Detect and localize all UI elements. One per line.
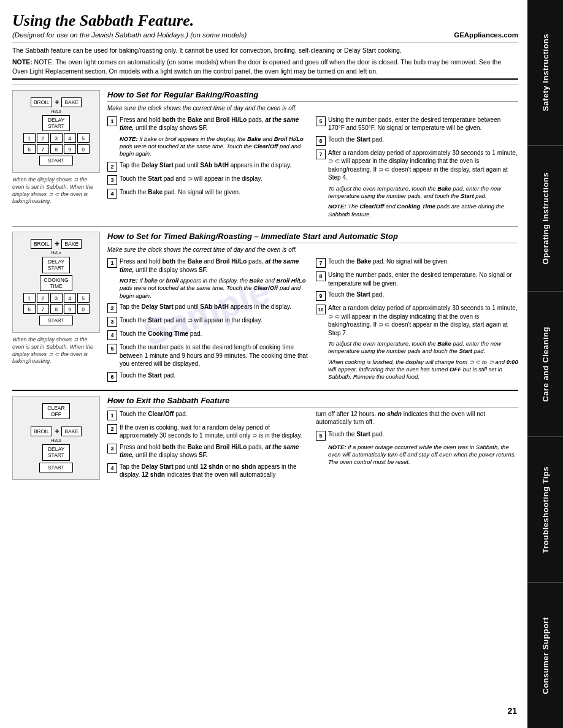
step-3-5: 5 Touch the Start pad. [316,430,518,441]
sidebar-label-safety: Safety Instructions [541,34,550,112]
page-wrapper: Using the Sabbath Feature. (Designed for… [0,0,563,728]
sidebar-section-troubleshooting: Troubleshooting Tips [527,437,563,583]
broil-btn: BROIL [31,97,53,107]
step-1-4: 4 Touch the Bake pad. No signal will be … [107,188,310,199]
num2-5: 5 [77,293,90,303]
ctrl-row-broil-bake: BROIL + BAKE [18,97,94,107]
ctrl-row-start-3: START [18,463,94,472]
panel-right-2: How to Set for Timed Baking/Roasting – I… [107,232,518,385]
num2-6: 6 [23,304,36,314]
step-text-3-1: Touch the Clear/Off pad. [120,410,310,419]
howto-title-2: How to Set for Timed Baking/Roasting – I… [107,232,518,243]
panel-left-1: BROIL + BAKE Hi/Lo DELAYSTART 1 2 3 4 5 [12,90,107,221]
howto-intro-2: Make sure the clock shows the correct ti… [107,246,518,254]
header-note1: The Sabbath feature can be used for baki… [12,42,518,55]
ctrl-row-broil-bake-2: BROIL + BAKE [18,239,94,249]
step-num-3-3: 3 [107,444,117,453]
hilo-label-3: Hi/Lo [18,438,94,442]
clear-off-btn: CLEAROFF [42,403,70,419]
panel-left-2: BROIL + BAKE Hi/Lo DELAYSTART COOKINGTIM… [12,232,107,385]
step-1-3: 3 Touch the Start pad and ⊃ will appear … [107,175,310,185]
num2-9: 9 [64,304,76,314]
step-2-4: 4 Touch the Cooking Time pad. [107,330,310,340]
cooking-time-btn: COOKINGTIME [40,275,72,291]
instructions-col-right-2: 7 Touch the Bake pad. No signal will be … [316,257,518,385]
sidebar-label-operating: Operating Instructions [541,172,550,264]
step-2-6: 6 Touch the Start pad. [107,371,310,382]
sidebar-section-operating: Operating Instructions [527,146,563,292]
step-num-1-1: 1 [107,116,117,126]
num-3: 3 [50,133,63,143]
num2-2: 2 [37,293,49,303]
start-btn-1: START [39,156,73,165]
control-diagram-1: BROIL + BAKE Hi/Lo DELAYSTART 1 2 3 4 5 [12,90,100,173]
broil-btn-2: BROIL [31,239,53,249]
page-subtitle: (Designed for use on the Jewish Sabbath … [12,31,247,39]
bake-btn: BAKE [61,97,82,107]
note-1-1: NOTE: If bake or broil appears in the di… [120,135,310,158]
hilo-label-2: Hi/Lo [18,251,94,255]
step-3-4: 4 Tap the Delay Start pad until 12 shdn … [107,463,310,479]
step-1-1: 1 Press and hold both the Bake and Broil… [107,116,310,132]
ctrl-row-broil-bake-3: BROIL + BAKE [18,427,94,436]
step-text-3-2: If the oven is cooking, wait for a rando… [120,423,310,440]
num-9: 9 [64,144,76,154]
step-2-3: 3 Touch the Start pad and ⊃ will appear … [107,316,310,327]
step-num-3-1: 1 [107,411,117,420]
broil-btn-3: BROIL [31,427,53,436]
brand-url: GEAppliances.com [454,31,518,39]
step-3-1: 1 Touch the Clear/Off pad. [107,410,310,420]
sidebar-section-care: Care and Cleaning [527,292,563,438]
step-text-2-8: Using the number pads, enter the desired… [328,271,518,287]
howto-title-1: How to Set for Regular Baking/Roasting [107,90,518,102]
ctrl-row-delay-2: DELAYSTART [18,257,94,273]
start-btn-2: START [39,316,73,325]
step-text-2-5: Touch the number pads to set the desired… [120,343,310,368]
num-6: 6 [23,144,36,154]
main-content: Using the Sabbath Feature. (Designed for… [0,0,527,728]
instructions-col-left-2: 1 Press and hold both the Bake and Broil… [107,257,310,385]
instructions-two-col-3: 1 Touch the Clear/Off pad. 2 If the oven… [107,410,518,482]
plus-3: + [55,427,59,436]
step-text-3-5: Touch the Start pad. [328,430,518,439]
delay-start-btn: DELAYSTART [42,115,70,131]
step-text-2-4: Touch the Cooking Time pad. [120,330,310,338]
step-num-2-10: 10 [316,305,326,314]
sidebar-label-care: Care and Cleaning [541,327,550,402]
step-text-3-3: Press and hold both the Bake and Broil H… [120,443,310,460]
howto-title-3: How to Exit the Sabbath Feature [107,396,518,408]
subtitle-row: (Designed for use on the Jewish Sabbath … [12,31,518,39]
step-num-3-2: 2 [107,424,117,434]
right-sidebar: Safety Instructions Operating Instructio… [527,0,563,728]
step-num-2-1: 1 [107,258,117,268]
section-exit-sabbath: CLEAROFF BROIL + BAKE Hi/Lo DELAYSTART S… [12,390,518,483]
control-diagram-3: CLEAROFF BROIL + BAKE Hi/Lo DELAYSTART S… [12,396,100,480]
step-text-1-1: Press and hold both the Bake and Broil H… [120,116,310,132]
page-header: Using the Sabbath Feature. (Designed for… [12,12,518,80]
diagram-caption-1: When the display shows ⊃ the oven is set… [12,176,100,205]
instructions-two-col-2: 1 Press and hold both the Bake and Broil… [107,257,518,385]
step-text-3-cont: turn off after 12 hours. no shdn indicat… [316,410,518,427]
sidebar-label-troubleshooting: Troubleshooting Tips [541,466,550,553]
step-text-2-2: Tap the Delay Start pad until SAb bAtH a… [120,303,310,311]
step-text-1-6: Touch the Start pad. [328,135,518,144]
step-num-2-9: 9 [316,291,326,301]
step-text-2-1: Press and hold both the Bake and Broil H… [120,257,310,274]
step-num-3-5: 5 [316,431,326,441]
sidebar-section-consumer: Consumer Support [527,583,563,728]
step-num-3-4: 4 [107,463,117,473]
note2-text: NOTE: NOTE: The oven light comes on auto… [12,58,501,75]
step-num-1-7: 7 [316,150,326,159]
num-0: 0 [77,144,90,154]
num2-7: 7 [37,304,49,314]
start-btn-3: START [39,463,73,472]
ctrl-row-clear: CLEAROFF [18,403,94,419]
step-2-1: 1 Press and hold both the Bake and Broil… [107,257,310,274]
howto-intro-1: Make sure the clock shows the correct ti… [107,104,518,112]
ctrl-row-cooking-time: COOKINGTIME [18,275,94,291]
step-3-2: 2 If the oven is cooking, wait for a ran… [107,423,310,440]
ctrl-row-delay: DELAYSTART [18,115,94,131]
step-text-2-10: After a random delay period of approxima… [328,304,518,337]
instructions-col-left-3: 1 Touch the Clear/Off pad. 2 If the oven… [107,410,310,482]
final-note-1: NOTE: The Clear/Off and Cooking Time pad… [328,203,518,218]
